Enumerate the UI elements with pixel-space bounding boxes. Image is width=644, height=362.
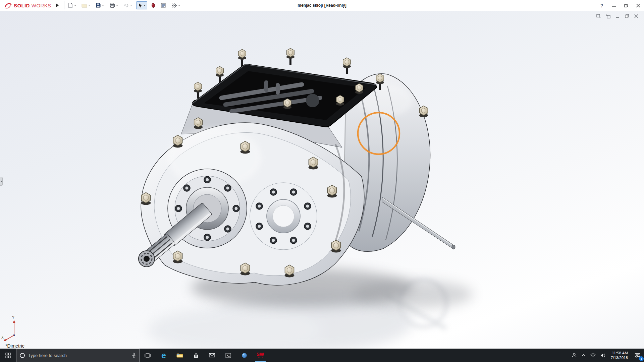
microphone-icon[interactable] <box>132 353 136 358</box>
command-prompt-icon <box>225 353 231 358</box>
new-document-button[interactable] <box>66 2 77 9</box>
appearance-icon <box>151 3 155 8</box>
undo-icon <box>123 3 129 8</box>
chevron-down-icon[interactable] <box>116 5 118 6</box>
select-tool-button[interactable] <box>136 1 147 9</box>
taskbar-search[interactable] <box>16 349 140 362</box>
action-center-button[interactable]: 3 <box>631 349 644 362</box>
options-button[interactable] <box>170 2 181 9</box>
clock-time: 11:58 AM <box>612 351 628 355</box>
doc-close-button[interactable] <box>633 13 639 19</box>
save-button[interactable] <box>94 2 105 9</box>
appearance-button[interactable] <box>150 2 157 9</box>
new-document-icon <box>68 3 73 8</box>
undo-button[interactable] <box>122 2 133 9</box>
solidworks-app-icon: SW 2017 <box>257 352 264 359</box>
clock-date: 7/13/2018 <box>611 355 628 360</box>
edge-button[interactable]: e <box>156 349 172 362</box>
task-view-icon <box>145 353 151 358</box>
chevron-down-icon[interactable] <box>178 5 180 6</box>
hidden-icons-button[interactable] <box>579 349 588 362</box>
maximize-button[interactable] <box>620 0 632 11</box>
minimize-icon <box>612 4 616 7</box>
graphics-viewport[interactable] <box>0 11 644 349</box>
logo-text-solid: SOLID <box>14 3 30 8</box>
titlebar: SOLIDWORKS <box>0 0 644 11</box>
chevron-down-icon[interactable] <box>130 5 132 6</box>
file-explorer-button[interactable] <box>172 349 188 362</box>
start-button[interactable] <box>0 349 16 362</box>
doc-restore-button[interactable] <box>624 13 630 19</box>
toolbar-separator <box>64 1 64 9</box>
quick-toolbar <box>66 1 181 9</box>
app-button[interactable] <box>236 349 252 362</box>
app-icon <box>241 353 247 358</box>
view-orientation-label: *Dimetric <box>5 343 24 349</box>
window-controls: ? <box>596 0 644 11</box>
people-button[interactable] <box>569 349 579 362</box>
wifi-icon <box>590 353 596 358</box>
select-cursor-icon <box>138 3 143 8</box>
document-title: menjac sklop [Read-only] <box>298 3 346 8</box>
store-button[interactable] <box>188 349 204 362</box>
mail-icon <box>209 353 215 358</box>
close-button[interactable] <box>632 0 644 11</box>
open-button[interactable] <box>80 2 92 9</box>
close-icon <box>636 4 640 7</box>
chevron-up-icon <box>582 354 586 357</box>
mail-button[interactable] <box>204 349 220 362</box>
speaker-icon <box>600 353 606 358</box>
store-icon <box>193 353 199 358</box>
chevron-down-icon[interactable] <box>102 5 104 6</box>
chevron-down-icon[interactable] <box>74 5 76 6</box>
taskbar-clock[interactable]: 11:58 AM 7/13/2018 <box>608 349 631 362</box>
save-icon <box>96 3 101 8</box>
document-window-controls <box>596 13 639 19</box>
gear-icon <box>171 3 177 8</box>
pane-collapse-handle[interactable] <box>0 177 3 186</box>
file-explorer-icon <box>176 353 183 358</box>
chevron-down-icon[interactable] <box>88 5 90 6</box>
chevron-down-icon[interactable] <box>144 5 146 6</box>
minimize-button[interactable] <box>608 0 620 11</box>
doc-minimize-button[interactable] <box>614 13 621 19</box>
sheet-format-icon <box>161 3 166 8</box>
solidworks-logo-icon <box>4 2 12 9</box>
command-prompt-button[interactable] <box>220 349 236 362</box>
cortana-icon <box>20 353 25 358</box>
open-folder-icon <box>82 3 87 8</box>
edge-icon: e <box>161 351 166 360</box>
restore-icon <box>624 4 628 7</box>
next-window-button[interactable] <box>605 13 611 19</box>
task-view-button[interactable] <box>140 349 156 362</box>
solidworks-logo: SOLIDWORKS <box>0 2 54 9</box>
taskbar: e SW 2 <box>0 349 644 362</box>
print-button[interactable] <box>108 2 119 9</box>
windows-logo-icon <box>5 353 11 358</box>
search-input[interactable] <box>28 353 128 358</box>
notification-badge: 3 <box>639 356 644 361</box>
print-icon <box>109 3 115 8</box>
volume-button[interactable] <box>598 349 608 362</box>
system-tray: 11:58 AM 7/13/2018 3 <box>569 349 644 362</box>
network-button[interactable] <box>588 349 598 362</box>
menu-expand-arrow[interactable] <box>56 3 59 7</box>
sheet-format-button[interactable] <box>159 2 167 9</box>
previous-window-button[interactable] <box>596 13 602 19</box>
help-button[interactable]: ? <box>596 0 608 11</box>
people-icon <box>572 353 577 358</box>
solidworks-taskbar-button[interactable]: SW 2017 <box>252 349 268 362</box>
logo-text-works: WORKS <box>32 3 51 8</box>
